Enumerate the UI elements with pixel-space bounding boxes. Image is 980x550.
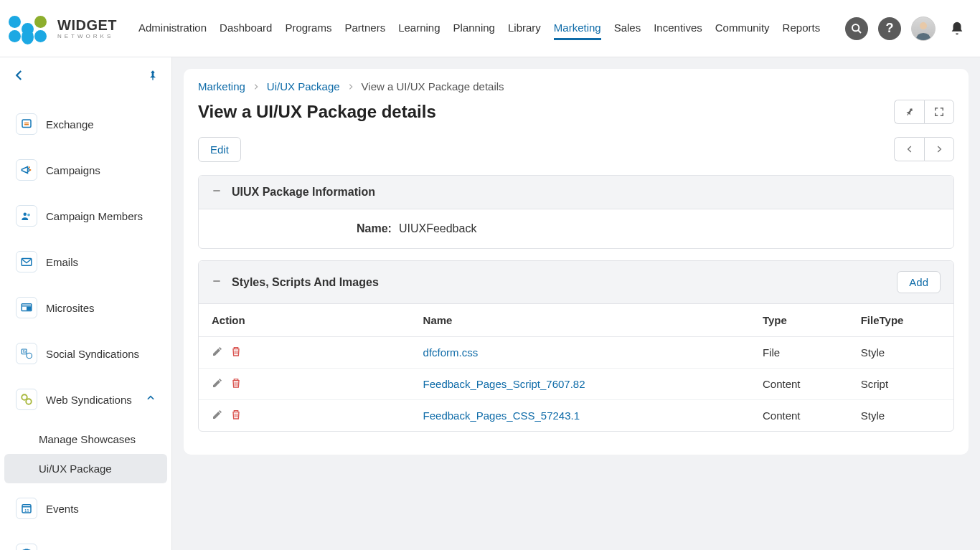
sidebar-icon [16,205,37,227]
help-button[interactable]: ? [878,17,901,40]
breadcrumb-current: View a UI/UX Package details [362,80,504,93]
topnav-item-learning[interactable]: Learning [398,17,440,40]
col-filetype: FileType [848,304,953,337]
sidebar-item-label: Web Syndications [46,394,137,406]
topnav-item-administration[interactable]: Administration [138,17,207,40]
user-avatar[interactable] [911,16,936,41]
next-record-button[interactable] [924,137,954,161]
brand-logo-mark [9,13,52,44]
edit-row-button[interactable] [212,346,223,359]
delete-row-button[interactable] [230,409,242,422]
asset-name-link[interactable]: dfcform.css [423,346,479,359]
topnav-item-dashboard[interactable]: Dashboard [220,17,272,40]
brand-sub: NETWORKS [57,34,117,39]
table-row: dfcform.cssFileStyle [199,337,953,369]
sidebar-item-label: Exchange [46,118,156,131]
sidebar-subitem-ui-ux-package[interactable]: Ui/UX Package [4,454,167,483]
trash-icon [230,346,242,357]
add-asset-button[interactable]: Add [897,271,941,293]
search-button[interactable] [845,17,868,40]
collapse-toggle[interactable] [212,276,223,289]
brand-logo[interactable]: WIDGET NETWORKS [9,13,117,44]
edit-row-button[interactable] [212,409,223,422]
asset-type: Content [750,400,848,432]
delete-row-button[interactable] [230,377,242,391]
chevron-left-icon [905,144,915,154]
collapse-toggle[interactable] [212,186,223,199]
asset-filetype: Script [848,369,953,400]
asset-name-link[interactable]: Feedback_Pages_CSS_57243.1 [423,409,580,422]
prev-record-button[interactable] [894,137,924,161]
pencil-icon [212,346,223,357]
sidebar-icon [16,544,37,550]
sidebar-item-exchange[interactable]: Exchange [4,103,167,145]
sidebar-subitem-manage-showcases[interactable]: Manage Showcases [4,425,167,454]
help-icon: ? [886,21,894,36]
topbar: WIDGET NETWORKS AdministrationDashboardP… [0,0,980,57]
sidebar-item-emails[interactable]: Emails [4,241,167,283]
sidebar-item-web-syndications[interactable]: Web Syndications [4,379,167,420]
minus-icon [212,276,222,286]
fullscreen-icon [934,107,944,117]
topnav-item-reports[interactable]: Reports [783,17,821,40]
pin-icon [147,69,159,82]
svg-rect-11 [27,307,31,310]
svg-point-16 [26,399,32,404]
chevron-right-icon [934,144,944,154]
sidebar-pin-button[interactable] [147,69,159,85]
panel-title: Styles, Scripts And Images [232,276,888,289]
notifications-button[interactable] [946,17,969,40]
sidebar-collapse-button[interactable] [13,67,26,86]
breadcrumb: MarketingUi/UX PackageView a UI/UX Packa… [198,80,954,93]
col-type: Type [750,304,848,337]
delete-row-button[interactable] [230,346,242,359]
sidebar-icon [16,297,37,318]
info-name-value: UIUXFeedback [399,222,477,235]
asset-filetype: Style [848,337,953,369]
page-title: View a UI/UX Package details [198,102,436,122]
topnav-item-library[interactable]: Library [508,17,541,40]
topnav-item-partners[interactable]: Partners [344,17,385,40]
bell-icon [949,21,965,37]
sidebar-item-label: Microsites [46,302,156,314]
sidebar-item-microsites[interactable]: Microsites [4,287,167,328]
sidebar-icon [16,113,37,135]
edit-button[interactable]: Edit [198,137,241,162]
sidebar-item-survey[interactable]: Survey [4,534,167,550]
panel-assets: Styles, Scripts And Images Add Action Na… [198,260,954,432]
sidebar-icon [16,389,37,410]
asset-type: File [750,337,848,369]
avatar-icon [913,19,934,40]
panel-title: UIUX Package Information [232,186,941,199]
sidebar-item-events[interactable]: 15Events [4,488,167,529]
sidebar-item-social-syndications[interactable]: fbSocial Syndications [4,333,167,374]
chevron-left-icon [13,67,26,83]
pin-page-button[interactable] [894,100,924,124]
fullscreen-button[interactable] [924,100,954,124]
main-content: MarketingUi/UX PackageView a UI/UX Packa… [172,57,980,550]
breadcrumb-link[interactable]: Marketing [198,80,245,93]
pin-icon [905,107,915,117]
svg-point-6 [24,213,27,217]
topnav-item-incentives[interactable]: Incentives [654,17,702,40]
sidebar-item-campaigns[interactable]: Campaigns [4,149,167,191]
pencil-icon [212,409,223,420]
topnav-item-community[interactable]: Community [715,17,770,40]
asset-name-link[interactable]: Feedback_Pages_Script_7607.82 [423,378,585,390]
panel-package-info: UIUX Package Information Name: UIUXFeedb… [198,175,954,249]
edit-row-button[interactable] [212,377,223,391]
svg-point-2 [920,22,927,29]
sidebar-item-label: Campaigns [46,164,156,176]
topnav-item-sales[interactable]: Sales [614,17,641,40]
svg-point-4 [29,166,30,168]
breadcrumb-link[interactable]: Ui/UX Package [267,80,340,93]
svg-text:15: 15 [24,508,29,513]
sidebar-item-campaign-members[interactable]: Campaign Members [4,195,167,237]
topnav-item-planning[interactable]: Planning [453,17,495,40]
topnav-item-programs[interactable]: Programs [285,17,331,40]
topnav-item-marketing[interactable]: Marketing [554,17,601,40]
sidebar-icon: 15 [16,498,37,519]
svg-point-5 [29,169,31,171]
brand-name: WIDGET [57,18,117,32]
table-row: Feedback_Pages_CSS_57243.1ContentStyle [199,400,953,432]
